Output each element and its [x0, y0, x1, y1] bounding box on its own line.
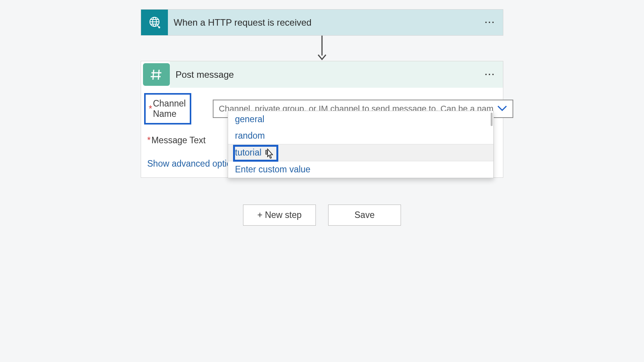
dropdown-item-tutorial[interactable]: tutorial	[228, 144, 493, 161]
save-button[interactable]: Save	[328, 205, 401, 226]
slack-hash-icon	[143, 63, 170, 86]
action-title: Post message	[176, 69, 234, 80]
message-text-label: *Message Text	[147, 135, 228, 146]
channel-name-label: *Channel Name	[144, 93, 191, 124]
trigger-title: When a HTTP request is received	[174, 17, 312, 28]
dropdown-item-tutorial-label: tutorial	[235, 147, 261, 157]
trigger-card[interactable]: When a HTTP request is received ···	[141, 9, 503, 36]
dropdown-item-general[interactable]: general	[228, 111, 493, 128]
chevron-down-icon	[497, 104, 507, 114]
message-text-label-text: Message Text	[151, 135, 205, 146]
action-menu-icon[interactable]: ···	[485, 70, 495, 80]
mouse-cursor-icon	[264, 148, 274, 163]
flow-arrow	[141, 36, 503, 61]
svg-rect-10	[266, 150, 267, 154]
action-header[interactable]: Post message ···	[170, 61, 503, 88]
save-label: Save	[355, 210, 375, 220]
trigger-header[interactable]: When a HTTP request is received ···	[168, 10, 503, 35]
channel-name-label-text: Channel Name	[153, 98, 186, 119]
channel-dropdown-panel: general random tutorial Enter custom val…	[228, 111, 494, 178]
new-step-button[interactable]: + New step	[243, 205, 316, 226]
bottom-button-row: + New step Save	[141, 205, 503, 226]
trigger-menu-icon[interactable]: ···	[485, 18, 495, 28]
dropdown-item-random[interactable]: random	[228, 128, 493, 144]
dropdown-item-custom[interactable]: Enter custom value	[228, 161, 493, 178]
svg-line-6	[153, 70, 154, 80]
new-step-label: + New step	[257, 210, 302, 220]
http-request-icon	[141, 10, 168, 35]
action-card: Post message ··· *Channel Name Channel, …	[141, 61, 503, 178]
svg-line-7	[158, 70, 159, 80]
